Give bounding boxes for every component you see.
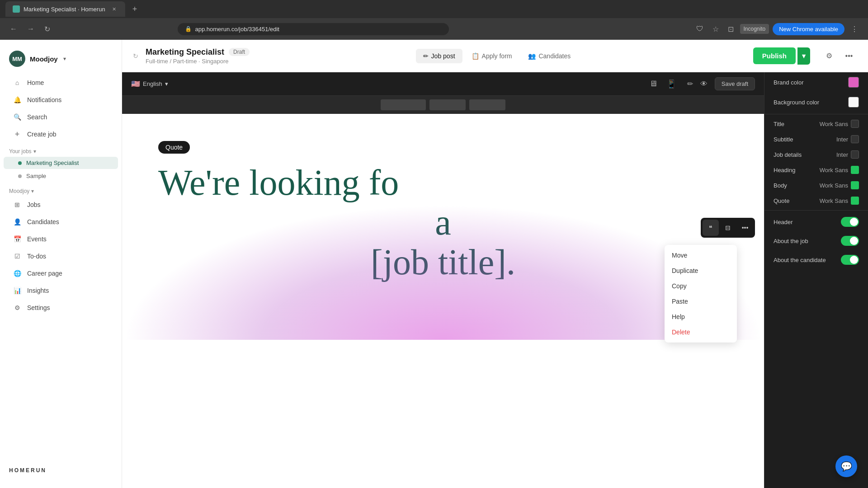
mobile-btn[interactable]: 📱 bbox=[663, 77, 680, 91]
publish-button[interactable]: Publish bbox=[753, 47, 796, 64]
context-item-copy[interactable]: Copy bbox=[665, 278, 737, 294]
sidebar-item-home-label: Home bbox=[27, 79, 44, 86]
sidebar-item-career-page[interactable]: 🌐 Career page bbox=[4, 265, 118, 282]
brand-color-row: Brand color bbox=[764, 72, 868, 92]
chrome-update-btn[interactable]: New Chrome available bbox=[773, 23, 844, 35]
subtitle-font-value: Inter bbox=[836, 135, 859, 143]
preview-eye-btn[interactable]: 👁 bbox=[700, 80, 708, 88]
brand-color-swatch[interactable] bbox=[848, 77, 859, 88]
tab-candidates[interactable]: 👥 Candidates bbox=[521, 49, 578, 63]
quote-label: Quote bbox=[774, 197, 789, 204]
your-jobs-dropdown-icon: ▾ bbox=[33, 148, 36, 155]
browser-chrome: Marketing Specialist · Homerun ✕ + bbox=[0, 0, 868, 18]
quote-font-value: Work Sans bbox=[820, 197, 859, 205]
header-block-1 bbox=[381, 99, 426, 110]
context-menu: Move Duplicate Copy Paste Help Delete bbox=[665, 245, 737, 343]
calendar-icon: 📅 bbox=[13, 235, 22, 244]
back-btn[interactable]: ← bbox=[7, 23, 20, 35]
editor-area: 🇺🇸 English ▾ 🖥 📱 ✏ 👁 Save draft bbox=[122, 72, 868, 488]
sidebar-item-search[interactable]: 🔍 Search bbox=[4, 109, 118, 125]
sidebar-item-home[interactable]: ⌂ Home bbox=[4, 75, 118, 91]
about-candidate-toggle[interactable] bbox=[841, 255, 859, 265]
candidates-icon: 👤 bbox=[13, 217, 22, 226]
browser-tab[interactable]: Marketing Specialist · Homerun ✕ bbox=[5, 1, 125, 17]
job-name: Marketing Specialist bbox=[146, 47, 224, 57]
job-item-marketing-specialist[interactable]: Marketing Specialist bbox=[4, 157, 118, 169]
about-job-toggle-knob bbox=[850, 237, 858, 245]
header-block-3 bbox=[469, 99, 505, 110]
heading-font-swatch[interactable] bbox=[851, 166, 859, 174]
browser-nav-right: 🛡 ☆ ⊡ Incognito New Chrome available ⋮ bbox=[693, 23, 861, 35]
context-item-help[interactable]: Help bbox=[665, 309, 737, 324]
star-icon[interactable]: ☆ bbox=[710, 23, 722, 35]
preview-header-strip bbox=[122, 96, 764, 114]
background-color-label: Background color bbox=[774, 99, 819, 106]
canvas-content: Quote We're looking fo a [job title]. ❝ bbox=[122, 96, 764, 488]
sync-icon[interactable]: ↻ bbox=[133, 52, 138, 60]
form-icon: 📋 bbox=[472, 52, 479, 60]
tab-job-post[interactable]: ✏ Job post bbox=[416, 49, 462, 63]
layout-btn[interactable]: ⊟ bbox=[720, 220, 736, 236]
org-section-label: Moodjoy ▾ bbox=[0, 183, 122, 196]
sidebar-item-todos[interactable]: ☑ To-dos bbox=[4, 248, 118, 264]
job-details-font-swatch[interactable] bbox=[851, 150, 859, 159]
search-icon: 🔍 bbox=[13, 113, 22, 122]
address-bar[interactable]: 🔒 app.homerun.co/job/336451/edit bbox=[178, 23, 449, 35]
block-toolbar: ❝ ⊟ ••• bbox=[701, 218, 755, 238]
right-panel: Brand color Background color Title Work … bbox=[764, 72, 868, 488]
quote-font-swatch[interactable] bbox=[851, 197, 859, 205]
job-title-row: Marketing Specialist Draft bbox=[146, 47, 250, 57]
sidebar-item-candidates[interactable]: 👤 Candidates bbox=[4, 214, 118, 230]
new-tab-btn[interactable]: + bbox=[129, 3, 141, 16]
checkbox-icon: ☑ bbox=[13, 252, 22, 261]
context-item-paste[interactable]: Paste bbox=[665, 294, 737, 309]
sidebar-item-insights[interactable]: 📊 Insights bbox=[4, 282, 118, 299]
tab-manager-icon[interactable]: ⊡ bbox=[725, 23, 736, 35]
about-candidate-toggle-knob bbox=[850, 256, 858, 264]
forward-btn[interactable]: → bbox=[24, 23, 37, 35]
globe-icon: 🌐 bbox=[13, 269, 22, 278]
sidebar-item-jobs[interactable]: ⊞ Jobs bbox=[4, 197, 118, 213]
context-item-duplicate[interactable]: Duplicate bbox=[665, 263, 737, 278]
sidebar-item-notifications[interactable]: 🔔 Notifications bbox=[4, 92, 118, 108]
header-toggle-label: Header bbox=[774, 219, 793, 225]
hero-line-1: We're looking fo bbox=[158, 163, 728, 202]
chat-bubble-btn[interactable]: 💬 bbox=[835, 455, 857, 477]
browser-menu-btn[interactable]: ⋮ bbox=[848, 23, 861, 35]
title-font-swatch[interactable] bbox=[851, 120, 859, 128]
quote-format-btn[interactable]: ❝ bbox=[703, 220, 719, 236]
sidebar-item-search-label: Search bbox=[27, 113, 47, 121]
background-color-swatch[interactable] bbox=[848, 97, 859, 108]
flag-icon: 🇺🇸 bbox=[131, 80, 140, 88]
tab-apply-form[interactable]: 📋 Apply form bbox=[464, 49, 519, 63]
more-block-btn[interactable]: ••• bbox=[737, 220, 753, 236]
desktop-btn[interactable]: 🖥 bbox=[646, 77, 661, 91]
settings-icon: ⚙ bbox=[13, 303, 22, 312]
reload-btn[interactable]: ↻ bbox=[42, 23, 53, 35]
subtitle-label: Subtitle bbox=[774, 136, 793, 143]
shield-icon[interactable]: 🛡 bbox=[693, 23, 706, 35]
org-dropdown-icon[interactable]: ▾ bbox=[63, 56, 66, 62]
body-font-swatch[interactable] bbox=[851, 181, 859, 189]
sidebar-item-settings[interactable]: ⚙ Settings bbox=[4, 300, 118, 316]
sidebar-item-events[interactable]: 📅 Events bbox=[4, 231, 118, 247]
header-toggle[interactable] bbox=[841, 217, 859, 227]
subtitle-font-swatch[interactable] bbox=[851, 135, 859, 143]
chart-icon: 📊 bbox=[13, 286, 22, 295]
publish-dropdown-btn[interactable]: ▾ bbox=[797, 47, 810, 65]
context-item-delete[interactable]: Delete bbox=[665, 324, 737, 340]
lock-icon: 🔒 bbox=[185, 26, 192, 32]
sidebar-item-create-job[interactable]: + Create job bbox=[4, 126, 118, 142]
job-item-sample[interactable]: Sample bbox=[4, 170, 118, 182]
save-draft-btn[interactable]: Save draft bbox=[715, 77, 755, 90]
tab-title: Marketing Specialist · Homerun bbox=[24, 6, 105, 13]
more-options-btn[interactable]: ••• bbox=[841, 48, 857, 64]
body-font-value: Work Sans bbox=[820, 181, 859, 189]
settings-gear-btn[interactable]: ⚙ bbox=[821, 48, 837, 64]
pen-btn[interactable]: ✏ bbox=[687, 80, 693, 88]
language-selector[interactable]: 🇺🇸 English ▾ bbox=[131, 80, 168, 88]
about-job-toggle[interactable] bbox=[841, 236, 859, 246]
context-item-move[interactable]: Move bbox=[665, 248, 737, 263]
subtitle-font-row: Subtitle Inter bbox=[764, 131, 868, 147]
tab-close-btn[interactable]: ✕ bbox=[111, 5, 118, 13]
